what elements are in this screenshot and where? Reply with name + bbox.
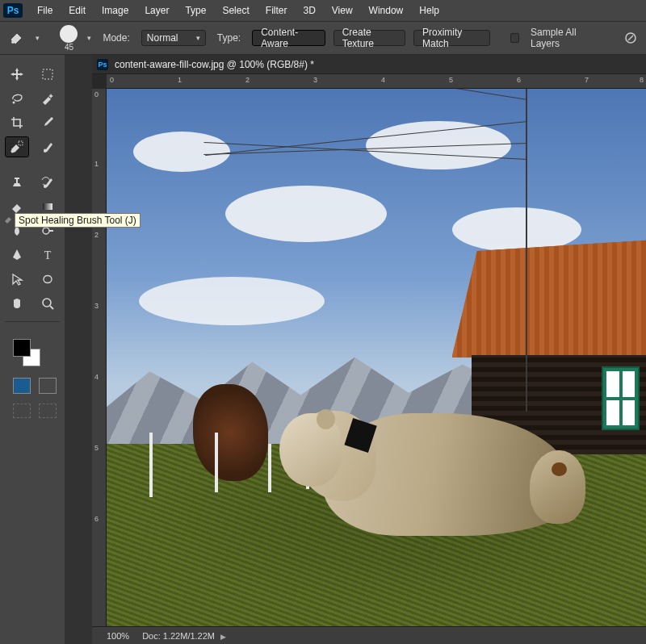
ruler-h-label: 5 xyxy=(449,76,453,84)
rectangular-marquee-tool[interactable] xyxy=(36,65,59,84)
type-create-texture-button[interactable]: Create Texture xyxy=(333,30,405,46)
color-swatches[interactable] xyxy=(13,339,40,366)
spot-healing-brush-tool[interactable] xyxy=(6,137,28,157)
menu-3d[interactable]: 3D xyxy=(295,2,323,19)
ruler-v-label: 4 xyxy=(94,373,99,381)
menu-image[interactable]: Image xyxy=(94,2,136,19)
svg-rect-5 xyxy=(19,141,23,145)
status-caret-icon[interactable]: ▶ xyxy=(220,633,226,641)
clone-stamp-tool[interactable] xyxy=(6,173,28,192)
document-area: Ps content-aware-fill-cow.jpg @ 100% (RG… xyxy=(92,55,646,644)
zoom-tool[interactable] xyxy=(36,294,59,313)
menu-help[interactable]: Help xyxy=(411,2,447,19)
menu-filter[interactable]: Filter xyxy=(258,2,296,19)
current-tool-indicator[interactable] xyxy=(8,27,26,48)
ruler-h-label: 8 xyxy=(640,76,644,84)
zoom-level[interactable]: 100% xyxy=(107,631,129,641)
menu-type[interactable]: Type xyxy=(177,2,214,19)
svg-text:T: T xyxy=(44,249,52,261)
menu-select[interactable]: Select xyxy=(214,2,257,19)
image-house-roof xyxy=(452,239,646,358)
ruler-v-label: 5 xyxy=(94,444,99,452)
menu-edit[interactable]: Edit xyxy=(61,2,94,19)
svg-rect-8 xyxy=(43,203,52,210)
ruler-h-label: 4 xyxy=(381,76,385,84)
pen-tool[interactable] xyxy=(6,245,28,265)
standard-mode-button[interactable] xyxy=(13,378,31,394)
ruler-vertical[interactable]: 0 1 2 3 4 5 6 xyxy=(92,89,107,626)
image-canvas[interactable] xyxy=(107,89,646,626)
brush-preset-picker[interactable]: 45 xyxy=(60,25,78,52)
menu-window[interactable]: Window xyxy=(361,2,412,19)
eyedropper-tool[interactable] xyxy=(36,113,59,132)
tool-tooltip: Spot Healing Brush Tool (J) xyxy=(15,213,141,228)
quick-selection-tool[interactable] xyxy=(36,89,59,108)
doc-size-info[interactable]: Doc: 1.22M/1.22M ▶ xyxy=(142,631,226,641)
screen-mode-button-2[interactable] xyxy=(39,404,57,418)
svg-line-13 xyxy=(50,306,53,309)
mode-caret-icon: ▾ xyxy=(196,34,200,42)
ruler-horizontal[interactable]: 0 1 2 3 4 5 6 7 8 xyxy=(107,74,646,89)
custom-shape-tool[interactable] xyxy=(36,270,59,289)
status-bar: 100% Doc: 1.22M/1.22M ▶ xyxy=(92,626,646,644)
screen-mode-button[interactable] xyxy=(13,404,31,418)
menu-layer[interactable]: Layer xyxy=(136,2,177,19)
panel-gap xyxy=(65,55,92,644)
sample-all-layers-checkbox[interactable] xyxy=(510,33,519,43)
ruler-v-label: 1 xyxy=(94,160,99,168)
ruler-h-label: 2 xyxy=(245,76,250,84)
canvas-viewport[interactable] xyxy=(107,89,646,626)
image-cow xyxy=(279,368,592,572)
ruler-h-label: 6 xyxy=(517,76,521,84)
history-brush-tool[interactable] xyxy=(36,173,59,192)
workspace: T Spot Healing Brush Tool (J) Ps xyxy=(0,55,646,644)
type-tool[interactable]: T xyxy=(36,245,59,265)
svg-point-3 xyxy=(13,102,15,104)
svg-rect-10 xyxy=(49,230,53,232)
menu-bar: Ps File Edit Image Layer Type Select Fil… xyxy=(0,0,646,21)
ruler-h-label: 1 xyxy=(178,76,182,84)
image-fence-post xyxy=(268,444,271,492)
svg-point-4 xyxy=(11,150,15,153)
mode-select-value: Normal xyxy=(147,32,178,44)
menu-view[interactable]: View xyxy=(324,2,361,19)
ruler-v-label: 0 xyxy=(94,90,99,98)
document-type-icon: Ps xyxy=(97,59,108,70)
ruler-h-label: 7 xyxy=(585,76,589,84)
ruler-v-label: 2 xyxy=(94,231,99,239)
image-cow-hind xyxy=(530,450,586,524)
ruler-v-label: 6 xyxy=(94,515,99,523)
hand-tool[interactable] xyxy=(6,294,28,313)
crop-tool[interactable] xyxy=(6,113,28,132)
move-tool[interactable] xyxy=(6,65,28,84)
app-logo: Ps xyxy=(3,3,23,18)
brush-preview-dot-icon xyxy=(60,25,78,43)
brush-tool[interactable] xyxy=(36,137,59,157)
foreground-color-swatch[interactable] xyxy=(13,339,31,357)
quick-mask-mode-button[interactable] xyxy=(39,378,57,394)
lasso-tool[interactable] xyxy=(6,89,28,108)
pressure-size-icon[interactable] xyxy=(623,30,638,46)
doc-size-text: Doc: 1.22M/1.22M xyxy=(142,631,215,641)
svg-rect-2 xyxy=(43,69,52,79)
mode-select[interactable]: Normal ▾ xyxy=(141,30,206,46)
svg-rect-7 xyxy=(15,178,19,179)
image-house-window xyxy=(603,368,638,429)
menu-file[interactable]: File xyxy=(29,2,61,19)
ruler-h-label: 3 xyxy=(313,76,317,84)
tools-panel: T Spot Healing Brush Tool (J) xyxy=(0,55,65,644)
image-tree xyxy=(193,384,269,481)
svg-point-12 xyxy=(43,299,51,307)
mode-label: Mode: xyxy=(99,32,132,44)
path-selection-tool[interactable] xyxy=(6,270,28,289)
sample-all-layers-label: Sample All Layers xyxy=(527,27,600,49)
document-tab[interactable]: Ps content-aware-fill-cow.jpg @ 100% (RG… xyxy=(92,55,646,74)
tool-indicator-caret-icon[interactable]: ▾ xyxy=(36,34,40,42)
tooltip-tool-icon xyxy=(3,213,15,224)
svg-point-9 xyxy=(43,228,49,234)
document-title: content-aware-fill-cow.jpg @ 100% (RGB/8… xyxy=(115,59,314,70)
type-proximity-match-button[interactable]: Proximity Match xyxy=(413,30,490,46)
type-content-aware-button[interactable]: Content-Aware xyxy=(252,30,325,46)
brush-size-label: 45 xyxy=(65,43,73,52)
brush-caret-icon[interactable]: ▾ xyxy=(87,34,91,42)
